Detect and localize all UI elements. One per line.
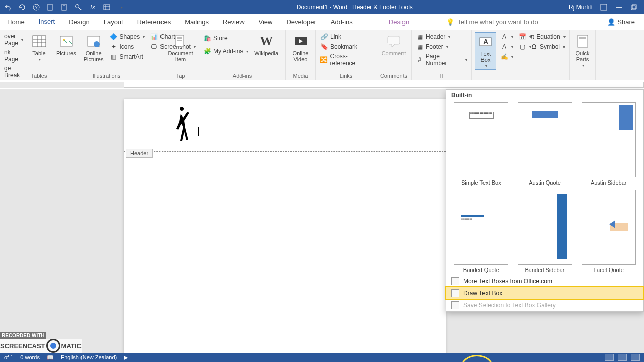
symbol-icon: Ω xyxy=(530,43,538,51)
smartart-icon: ▥ xyxy=(110,53,118,61)
icons-button[interactable]: ✦Icons xyxy=(109,42,146,51)
svg-point-13 xyxy=(94,41,100,47)
svg-text:A: A xyxy=(483,38,488,46)
equation-button[interactable]: πEquation▾ xyxy=(529,32,566,41)
read-mode-button[interactable] xyxy=(605,354,614,361)
office-icon xyxy=(451,277,459,285)
new-icon[interactable] xyxy=(46,3,54,11)
signature-button[interactable]: ✍▾ xyxy=(499,52,514,61)
tab-design[interactable]: Design xyxy=(62,14,96,30)
minimize-icon[interactable]: — xyxy=(615,3,623,11)
addins-group-label: Add-ins xyxy=(202,72,282,80)
page-break-button[interactable]: ge Break xyxy=(3,64,24,79)
share-icon: 👤 xyxy=(607,18,615,26)
wikipedia-icon: W xyxy=(258,33,274,49)
help-icon[interactable]: ? xyxy=(32,3,40,11)
macro-icon[interactable]: ▶ xyxy=(124,354,128,361)
pictures-button[interactable]: Pictures xyxy=(54,32,78,57)
footer-icon: ▦ xyxy=(416,43,424,51)
redo-icon[interactable] xyxy=(18,3,26,11)
header-area[interactable] xyxy=(124,99,446,152)
gallery-item-banded-sidebar[interactable]: Banded Sidebar xyxy=(515,190,575,273)
illustrations-group-label: Illustrations xyxy=(54,72,158,80)
table-button[interactable]: Table▾ xyxy=(30,32,48,63)
date-icon: 📅 xyxy=(518,33,526,41)
text-cursor xyxy=(198,127,199,136)
word-count[interactable]: 0 words xyxy=(20,354,40,360)
restore-icon[interactable] xyxy=(630,3,638,11)
web-layout-button[interactable] xyxy=(631,354,640,361)
smartart-button[interactable]: ▥SmartArt xyxy=(109,52,146,61)
document-item-button[interactable]: Document Item xyxy=(165,32,196,63)
tap-group-label: Tap xyxy=(165,72,196,80)
crossref-icon: 🔀 xyxy=(320,56,328,64)
comments-group-label: Comments xyxy=(379,72,408,80)
gallery-item-facet-quote[interactable]: Facet Quote xyxy=(579,190,638,273)
share-button[interactable]: 👤 Share xyxy=(598,14,644,30)
gallery-item-austin-sidebar[interactable]: Austin Sidebar xyxy=(579,102,638,186)
svg-text:?: ? xyxy=(35,5,37,10)
page[interactable]: Header xyxy=(124,99,446,360)
silhouette-image[interactable] xyxy=(169,107,194,142)
tell-me-search[interactable]: 💡 Tell me what you want to do xyxy=(446,14,538,30)
wordart-button[interactable]: A▾ xyxy=(499,32,514,41)
store-icon: 🛍️ xyxy=(203,34,211,42)
find-icon[interactable] xyxy=(74,3,83,11)
online-pictures-button[interactable]: Online Pictures xyxy=(82,32,106,63)
page-count[interactable]: of 1 xyxy=(4,354,13,360)
save-icon[interactable] xyxy=(60,3,68,11)
print-layout-button[interactable] xyxy=(618,354,627,361)
more-textboxes-menu[interactable]: More Text Boxes from Office.com xyxy=(446,275,643,287)
gallery-label: Austin Sidebar xyxy=(591,179,627,186)
quick-parts-button[interactable]: Quick Parts▾ xyxy=(573,32,592,69)
svg-point-4 xyxy=(76,5,79,8)
gallery-item-austin-quote[interactable]: Austin Quote xyxy=(515,102,575,186)
horizontal-ruler[interactable] xyxy=(0,80,644,89)
tab-home[interactable]: Home xyxy=(0,14,32,30)
header-tag: Header xyxy=(126,149,153,158)
tab-context-design[interactable]: Design xyxy=(382,14,416,30)
store-button[interactable]: 🛍️Store xyxy=(202,32,249,44)
gallery-item-simple[interactable]: ████ ████ ███ ████ ███ Simple Text Box xyxy=(451,102,511,186)
proofing-icon[interactable]: 📖 xyxy=(47,354,54,361)
blank-page-button[interactable]: nk Page xyxy=(3,48,24,63)
account-icon[interactable] xyxy=(600,3,608,11)
shapes-button[interactable]: 🔷Shapes▾ xyxy=(109,32,146,41)
tables-group-label: Tables xyxy=(30,72,48,80)
tab-references[interactable]: References xyxy=(130,14,178,30)
dropcap-button[interactable]: A▾ xyxy=(499,42,514,51)
gallery-label: Banded Sidebar xyxy=(525,267,565,273)
tab-view[interactable]: View xyxy=(252,14,280,30)
textbox-icon: A xyxy=(477,34,494,50)
undo-icon[interactable] xyxy=(4,3,12,11)
link-button[interactable]: 🔗Link xyxy=(319,32,373,41)
tab-review[interactable]: Review xyxy=(216,14,252,30)
gallery-item-banded-quote[interactable]: ███ ████ ██ Banded Quote xyxy=(451,190,511,273)
tab-insert[interactable]: Insert xyxy=(32,14,62,30)
svg-rect-15 xyxy=(177,37,182,39)
draw-textbox-label: Draw Text Box xyxy=(463,290,502,297)
table-icon[interactable] xyxy=(103,3,111,11)
tab-developer[interactable]: Developer xyxy=(279,14,323,30)
qat-more-icon[interactable]: ▾ xyxy=(118,3,126,11)
watermark-rec: RECORDED WITH xyxy=(0,332,46,339)
tab-layout[interactable]: Layout xyxy=(97,14,130,30)
cross-reference-button[interactable]: 🔀Cross-reference xyxy=(319,52,373,67)
symbol-button[interactable]: ΩSymbol▾ xyxy=(529,42,566,51)
svg-rect-7 xyxy=(631,6,635,10)
online-video-button[interactable]: Online Video xyxy=(289,32,312,63)
my-addins-button[interactable]: 🧩My Add-ins▾ xyxy=(202,45,249,57)
fx-icon: fx xyxy=(89,3,97,11)
language[interactable]: English (New Zealand) xyxy=(61,354,117,360)
draw-textbox-menu[interactable]: Draw Text Box xyxy=(446,287,643,299)
page-number-button[interactable]: #Page Number▾ xyxy=(415,52,468,67)
footer-button[interactable]: ▦Footer▾ xyxy=(415,42,468,51)
tab-addins[interactable]: Add-ins xyxy=(324,14,360,30)
cover-page-button[interactable]: over Page▾ xyxy=(3,32,24,47)
text-box-button[interactable]: A Text Box▾ xyxy=(475,32,496,70)
bookmark-button[interactable]: 🔖Bookmark xyxy=(319,42,373,51)
object-icon: ▢ xyxy=(518,43,526,51)
wikipedia-button[interactable]: W Wikipedia xyxy=(252,32,280,57)
tab-mailings[interactable]: Mailings xyxy=(178,14,216,30)
header-button[interactable]: ▦Header▾ xyxy=(415,32,468,41)
